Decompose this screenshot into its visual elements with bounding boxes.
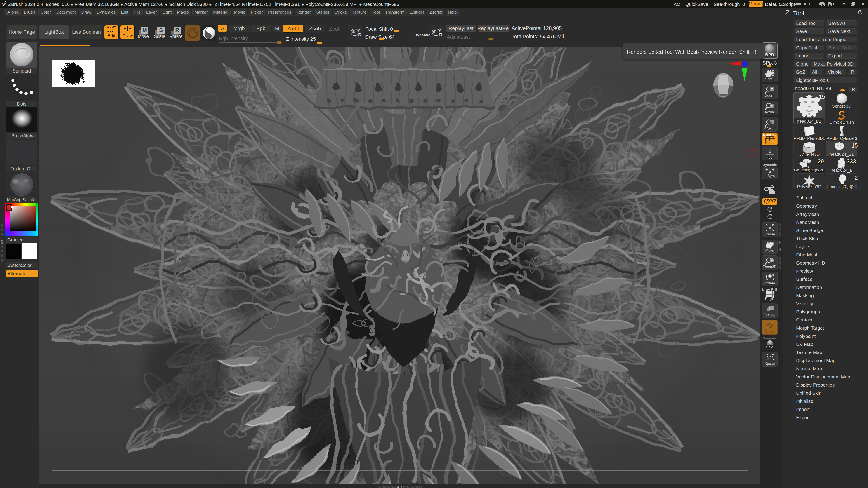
svg-text:x1: x1 [770, 104, 774, 107]
svg-text:× Y z: × Y z [766, 147, 772, 150]
svg-text:Z: Z [769, 216, 771, 220]
svg-text:D: D [439, 32, 442, 37]
svg-text:S: S [358, 32, 361, 37]
svg-text:Y: Y [769, 209, 771, 213]
